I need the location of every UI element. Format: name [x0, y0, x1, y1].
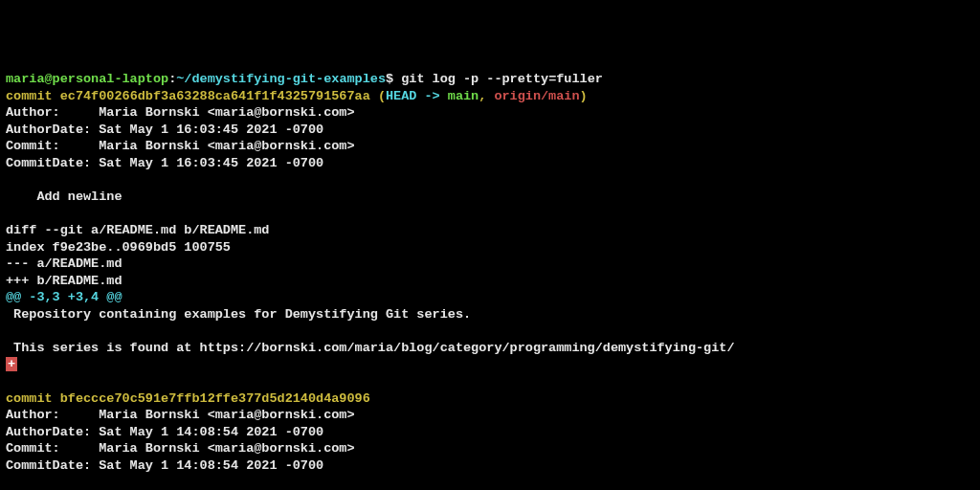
- commit-prefix: commit: [6, 391, 60, 406]
- branch-main: main: [448, 89, 479, 103]
- head-ref: HEAD ->: [386, 89, 448, 103]
- diff-minus-file: --- a/README.md: [6, 256, 122, 271]
- diff-command: diff --git a/README.md b/README.md: [6, 223, 269, 237]
- author-line: Author: Maria Bornski <maria@bornski.com…: [6, 105, 355, 120]
- prompt-path: ~/demystifying-git-examples: [176, 72, 386, 86]
- authordate-line: AuthorDate: Sat May 1 16:03:45 2021 -070…: [6, 122, 323, 137]
- commit-line: Commit: Maria Bornski <maria@bornski.com…: [6, 139, 355, 153]
- commit-message: Add newline: [6, 189, 122, 204]
- commit-hash: ec74f00266dbf3a63288ca641f1f4325791567aa: [60, 89, 378, 103]
- comma: ,: [479, 89, 494, 103]
- blank-line: [6, 373, 974, 390]
- diff-context: This series is found at https://bornski.…: [6, 341, 735, 355]
- author-line: Author: Maria Bornski <maria@bornski.com…: [6, 408, 355, 422]
- diff-context: Repository containing examples for Demys…: [6, 307, 471, 322]
- commitdate-line: CommitDate: Sat May 1 14:08:54 2021 -070…: [6, 458, 323, 473]
- blank-line: [6, 474, 974, 490]
- blank-line: [6, 323, 974, 340]
- prompt-command: git log -p --pretty=fuller: [401, 72, 603, 86]
- commit-prefix: commit: [6, 89, 60, 103]
- hunk-header: @@ -3,3 +3,4 @@: [6, 290, 122, 304]
- diff-plus-file: +++ b/README.md: [6, 274, 122, 288]
- commit-header-2: commit bfeccce70c591e7ffb12ffe377d5d2140…: [6, 391, 370, 406]
- blank-line: [6, 206, 974, 223]
- prompt-line: maria@personal-laptop:~/demystifying-git…: [6, 72, 603, 86]
- blank-line: [6, 171, 974, 189]
- branch-origin: origin/main: [494, 89, 579, 103]
- paren-open: (: [378, 89, 386, 103]
- paren-close: ): [580, 89, 588, 103]
- commit-header-1: commit ec74f00266dbf3a63288ca641f1f43257…: [6, 89, 588, 103]
- prompt-dollar: $: [386, 72, 401, 86]
- authordate-line: AuthorDate: Sat May 1 14:08:54 2021 -070…: [6, 425, 323, 439]
- commit-line: Commit: Maria Bornski <maria@bornski.com…: [6, 441, 355, 456]
- commit-hash: bfeccce70c591e7ffb12ffe377d5d2140d4a9096: [60, 391, 370, 406]
- commitdate-line: CommitDate: Sat May 1 16:03:45 2021 -070…: [6, 156, 323, 170]
- index-line: index f9e23be..0969bd5 100755: [6, 240, 231, 255]
- terminal-output[interactable]: maria@personal-laptop:~/demystifying-git…: [6, 71, 974, 490]
- diff-added-line: +: [6, 357, 17, 371]
- prompt-user: maria@personal-laptop: [6, 72, 168, 86]
